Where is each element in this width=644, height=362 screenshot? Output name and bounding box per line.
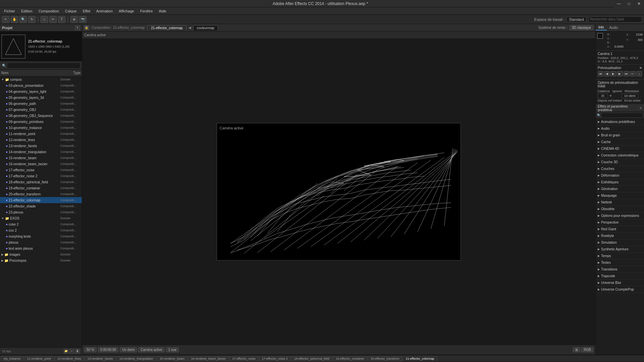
project-item-images[interactable]: ▶📁imagesDossier bbox=[0, 251, 82, 257]
project-item-05[interactable]: ■05-geometry_layers_3dCompositi... bbox=[0, 95, 82, 101]
tl-tab-0[interactable]: ety_instance bbox=[1, 356, 24, 361]
render-system-value[interactable]: 3D classique bbox=[570, 25, 593, 30]
effect-category-perspective[interactable]: ▶Perspective bbox=[596, 219, 644, 226]
project-item-morphing[interactable]: ■morphing texteCompositi... bbox=[0, 233, 82, 239]
effect-category-cache[interactable]: ▶Cache bbox=[596, 139, 644, 145]
tool-zoom[interactable]: 🔍 bbox=[19, 16, 27, 23]
project-item-cox2[interactable]: ■cox 2Compositi... bbox=[0, 227, 82, 233]
previs-loop[interactable]: ↩ bbox=[630, 71, 636, 76]
effect-category-trapcode[interactable]: ▶Trapcode bbox=[596, 273, 644, 280]
maximize-button[interactable]: □ bbox=[624, 0, 634, 7]
window-controls[interactable]: — □ ✕ bbox=[614, 0, 644, 7]
tool-anchor[interactable]: ⊕ bbox=[70, 16, 78, 23]
workspace-value[interactable]: Standard bbox=[567, 17, 586, 22]
tool-text[interactable]: T bbox=[58, 16, 65, 23]
tool-rect[interactable]: □ bbox=[41, 16, 48, 23]
effect-category-options-pour-expressions[interactable]: ▶Options pour expressions bbox=[596, 213, 644, 219]
project-item-compos[interactable]: ▼📁composDossier bbox=[0, 76, 82, 82]
comp-tab-active[interactable]: 21-effector_colormap bbox=[147, 25, 186, 31]
delete-item-btn[interactable]: 🗑 bbox=[75, 349, 80, 354]
effect-category-audio[interactable]: ▶Audio bbox=[596, 125, 644, 132]
effect-category-obsolète[interactable]: ▶Obsolète bbox=[596, 206, 644, 213]
new-folder-btn[interactable]: 📁 bbox=[64, 349, 68, 354]
effect-category-transitions[interactable]: ▶Transitions bbox=[596, 266, 644, 273]
zoom-level[interactable]: 50 % bbox=[84, 347, 97, 352]
previs-play[interactable]: ▶ bbox=[610, 71, 616, 76]
tool-hand[interactable]: ✋ bbox=[11, 16, 18, 23]
timecode-display[interactable]: 0:00:00:00 bbox=[98, 347, 118, 352]
project-item-exos[interactable]: ▼📁EXOSDossier bbox=[0, 215, 82, 221]
quality-btn[interactable]: Un demi bbox=[120, 347, 137, 352]
effect-category-rowbyte[interactable]: ▶Rowbyte bbox=[596, 233, 644, 239]
effect-category-couche-3d[interactable]: ▶Couche 3D bbox=[596, 159, 644, 166]
previs-to-end[interactable]: ⏭ bbox=[624, 71, 629, 76]
tool-rotate[interactable]: ↻ bbox=[28, 16, 36, 23]
view-count-btn[interactable]: 1 vue bbox=[166, 347, 179, 352]
effect-category-synthetic-aperture[interactable]: ▶Synthetic Aperture bbox=[596, 246, 644, 253]
effect-category-universe-crumplepop[interactable]: ▶Universe CrumplePop bbox=[596, 286, 644, 293]
effect-category-génération[interactable]: ▶Génération bbox=[596, 186, 644, 192]
tl-tab-1[interactable]: 11-renderer_point bbox=[24, 356, 54, 361]
effect-category-esthétiques[interactable]: ▶Esthétiques bbox=[596, 179, 644, 186]
project-item-21[interactable]: ■21-effector_colormapCompositi... bbox=[0, 197, 82, 203]
menu-effet[interactable]: Effet bbox=[80, 8, 93, 14]
menu-animation[interactable]: Animation bbox=[94, 8, 115, 14]
previs-close-btn[interactable]: ✕ bbox=[639, 66, 642, 70]
menu-calque[interactable]: Calque bbox=[62, 8, 79, 14]
tl-tab-10[interactable]: 19-effector_container bbox=[333, 356, 367, 361]
project-item-03[interactable]: ■03-plexus_presentationCompositi... bbox=[0, 82, 82, 88]
tl-tab-11[interactable]: 20-effector_transform bbox=[368, 356, 402, 361]
tool-select[interactable]: ↖ bbox=[2, 16, 9, 23]
tab-audio[interactable]: Audio bbox=[607, 25, 621, 30]
menu-edition[interactable]: Edition bbox=[18, 8, 35, 14]
project-item-15[interactable]: ■15-renderer_beamCompositi... bbox=[0, 155, 82, 161]
tl-tab-4[interactable]: 14-renderer_triangulation bbox=[116, 356, 156, 361]
project-item-22[interactable]: ■22-effector_shadeCompositi... bbox=[0, 203, 82, 209]
project-item-17[interactable]: ■17-effector_noiseCompositi... bbox=[0, 167, 82, 173]
tool-pen[interactable]: ✏ bbox=[49, 16, 57, 23]
menu-fenetre[interactable]: Fenêtre bbox=[138, 8, 156, 14]
menu-affichage[interactable]: Affichage bbox=[116, 8, 137, 14]
comp-tab-couleurmap[interactable]: couleurmap bbox=[193, 25, 218, 31]
tl-tab-2[interactable]: 12-renderer_lines bbox=[54, 356, 84, 361]
channel-btn[interactable]: RGB bbox=[581, 347, 593, 352]
effect-category-textes[interactable]: ▶Textes bbox=[596, 259, 644, 266]
project-item-precomps[interactable]: ▶📁PrecomposDossier bbox=[0, 257, 82, 263]
effect-category-universe-blur[interactable]: ▶Universe Blur bbox=[596, 280, 644, 286]
menu-composition[interactable]: Composition bbox=[36, 8, 62, 14]
effect-category-animations-prédéfinies[interactable]: ▶Animations prédéfinies bbox=[596, 119, 644, 125]
grid-btn[interactable]: ⊞ bbox=[573, 347, 580, 352]
tool-camera[interactable]: 📷 bbox=[79, 16, 87, 23]
tl-tab-5[interactable]: 15-renderer_beam bbox=[157, 356, 188, 361]
tl-tab-8[interactable]: 17-effector_noise 2 bbox=[259, 356, 291, 361]
project-item-20[interactable]: ■20-effector_transformCompositi... bbox=[0, 191, 82, 197]
tl-tab-9[interactable]: 18-effector_spherical_field bbox=[291, 356, 332, 361]
tl-tab-6[interactable]: 16-renderer_beam_bezier bbox=[188, 356, 229, 361]
close-button[interactable]: ✕ bbox=[634, 0, 644, 7]
effect-category-couches[interactable]: ▶Couches bbox=[596, 166, 644, 172]
project-item-06[interactable]: ■06-geometry_pathCompositi... bbox=[0, 101, 82, 107]
lock-icon[interactable]: 🔒 bbox=[84, 25, 89, 30]
effect-category-red-giant[interactable]: ▶Red Giant bbox=[596, 226, 644, 233]
effect-category-masquage[interactable]: ▶Masquage bbox=[596, 192, 644, 199]
previs-back-frame[interactable]: ◀ bbox=[604, 71, 610, 76]
tl-tab-3[interactable]: 13-renderer_facets bbox=[85, 356, 116, 361]
project-item-12[interactable]: ■12-renderer_linesCompositi... bbox=[0, 137, 82, 143]
project-item-16[interactable]: ■16-renderer_beam_bezierCompositi... bbox=[0, 161, 82, 167]
effect-category-déformation[interactable]: ▶Déformation bbox=[596, 172, 644, 179]
project-menu-btn[interactable]: ≡ bbox=[75, 25, 80, 30]
effect-category-temps[interactable]: ▶Temps bbox=[596, 253, 644, 259]
previs-to-start[interactable]: ⏮ bbox=[598, 71, 603, 76]
project-item-04[interactable]: ■04-geometry_layers_lightCompositi... bbox=[0, 88, 82, 95]
tl-tab-12[interactable]: 21-effector_colormap bbox=[403, 356, 437, 361]
tl-tab-7[interactable]: 17-effector_noise bbox=[229, 356, 258, 361]
project-item-11[interactable]: ■11-renderer_pointCompositi... bbox=[0, 131, 82, 137]
tab-info[interactable]: Info bbox=[596, 25, 607, 31]
effects-close[interactable]: ✕ bbox=[639, 106, 642, 110]
project-item-coke2[interactable]: ■coke 2Compositi... bbox=[0, 221, 82, 227]
effect-category-netteté[interactable]: ▶Netteté bbox=[596, 199, 644, 206]
project-item-07[interactable]: ■07-geometry_OBJCompositi... bbox=[0, 107, 82, 113]
effects-search-input[interactable] bbox=[602, 113, 643, 117]
effect-category-simulation[interactable]: ▶Simulation bbox=[596, 239, 644, 246]
project-search-input[interactable] bbox=[7, 63, 80, 68]
